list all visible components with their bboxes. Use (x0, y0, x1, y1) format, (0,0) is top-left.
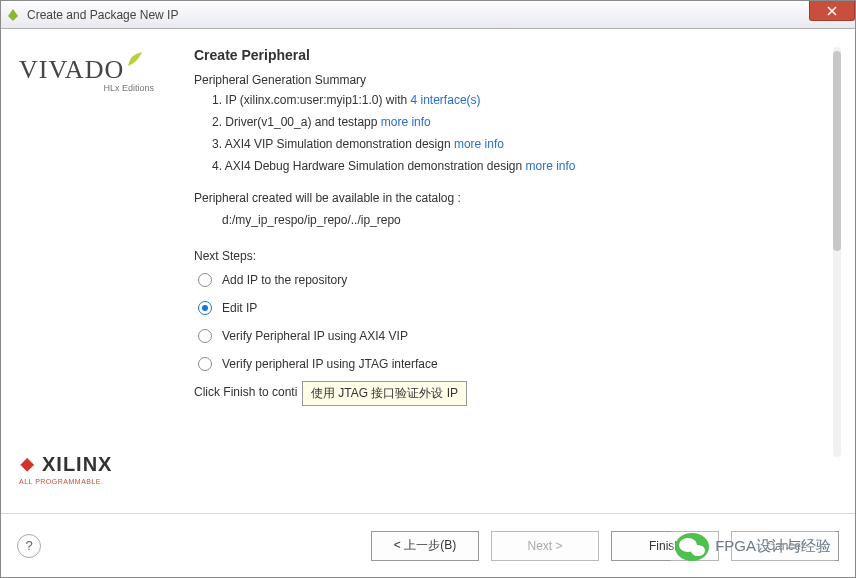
xilinx-tagline: ALL PROGRAMMABLE. (19, 478, 194, 485)
xilinx-x-icon: ⯁ (19, 455, 38, 475)
more-info-link[interactable]: more info (454, 137, 504, 151)
vivado-logo: VIVADO HLx Editions (19, 55, 194, 93)
scrollbar-thumb[interactable] (833, 51, 841, 251)
xilinx-logo: ⯁XILINX ALL PROGRAMMABLE. (19, 453, 194, 485)
leaf-icon (126, 45, 144, 63)
page-title: Create Peripheral (194, 47, 827, 63)
more-info-link[interactable]: more info (381, 115, 431, 129)
more-info-link[interactable]: more info (526, 159, 576, 173)
vivado-subtitle: HLx Editions (19, 83, 154, 93)
catalog-section: Peripheral created will be available in … (194, 191, 827, 227)
summary-row: 2. Driver(v1_00_a) and testapp more info (212, 115, 827, 129)
close-button[interactable] (809, 1, 855, 21)
radio-icon (198, 301, 212, 315)
radio-verify-jtag[interactable]: Verify peripheral IP using JTAG interfac… (198, 357, 827, 371)
app-icon (5, 7, 21, 23)
interfaces-link[interactable]: 4 interface(s) (411, 93, 481, 107)
catalog-path: d:/my_ip_respo/ip_repo/../ip_repo (222, 213, 827, 227)
content-area: VIVADO HLx Editions ⯁XILINX ALL PROGRAMM… (1, 29, 855, 513)
radio-verify-axi4[interactable]: Verify Peripheral IP using AXI4 VIP (198, 329, 827, 343)
dialog-window: Create and Package New IP VIVADO HLx Edi… (0, 0, 856, 578)
radio-icon (198, 273, 212, 287)
summary-list: 1. IP (xilinx.com:user:myip1:1.0) with 4… (212, 93, 827, 173)
radio-edit-ip[interactable]: Edit IP (198, 301, 827, 315)
next-steps-label: Next Steps: (194, 249, 827, 263)
catalog-label: Peripheral created will be available in … (194, 191, 827, 205)
finish-button[interactable]: Finish (611, 531, 719, 561)
close-icon (827, 6, 837, 16)
tooltip: 使用 JTAG 接口验证外设 IP (302, 381, 467, 406)
summary-row: 3. AXI4 VIP Simulation demonstration des… (212, 137, 827, 151)
next-button: Next > (491, 531, 599, 561)
help-button[interactable]: ? (17, 534, 41, 558)
summary-row: 1. IP (xilinx.com:user:myip1:1.0) with 4… (212, 93, 827, 107)
radio-icon (198, 357, 212, 371)
finish-text-row: Click Finish to conti 使用 JTAG 接口验证外设 IP (194, 385, 827, 399)
radio-add-ip[interactable]: Add IP to the repository (198, 273, 827, 287)
dialog-body: VIVADO HLx Editions ⯁XILINX ALL PROGRAMM… (1, 29, 855, 577)
button-row: < 上一步(B) Next > Finish Cancel FPGA设计与经验 (371, 531, 839, 561)
window-title: Create and Package New IP (27, 8, 178, 22)
summary-label: Peripheral Generation Summary (194, 73, 827, 87)
radio-icon (198, 329, 212, 343)
footer: ? < 上一步(B) Next > Finish Cancel FPGA设计与经… (1, 513, 855, 577)
cancel-button[interactable]: Cancel (731, 531, 839, 561)
summary-row: 4. AXI4 Debug Hardware Simulation demons… (212, 159, 827, 173)
finish-text: Click Finish to conti (194, 385, 297, 399)
back-button[interactable]: < 上一步(B) (371, 531, 479, 561)
left-column: VIVADO HLx Editions ⯁XILINX ALL PROGRAMM… (19, 47, 194, 505)
vivado-text: VIVADO (19, 55, 124, 84)
main-content: Create Peripheral Peripheral Generation … (194, 47, 841, 505)
scrollbar[interactable] (833, 47, 841, 457)
xilinx-brand: ⯁XILINX (19, 453, 194, 476)
next-steps-group: Add IP to the repository Edit IP Verify … (194, 273, 827, 371)
titlebar: Create and Package New IP (1, 1, 855, 29)
